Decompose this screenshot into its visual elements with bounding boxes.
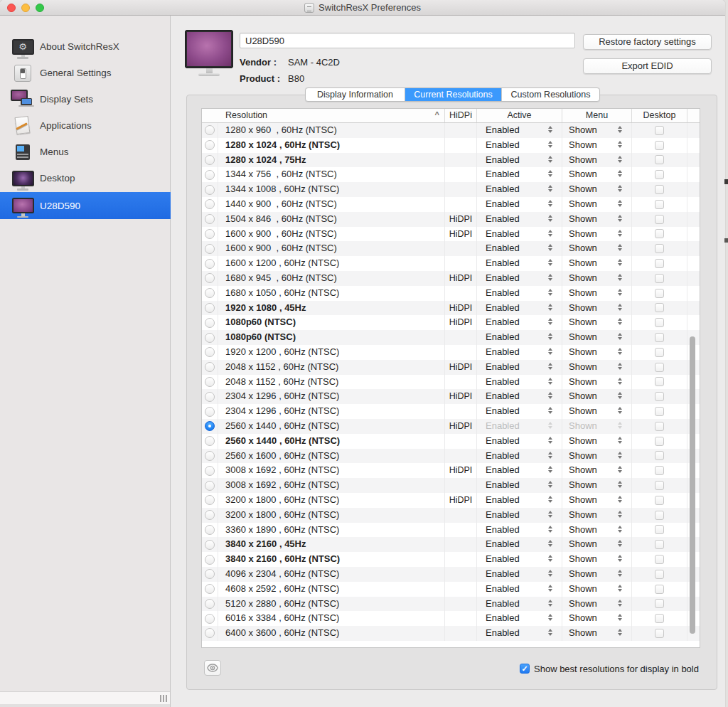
active-popup[interactable]: Enabled	[477, 611, 562, 626]
table-row[interactable]: 1440 x 900 , 60Hz (NTSC) Enabled Shown	[202, 197, 700, 212]
menu-popup[interactable]: Shown	[562, 256, 632, 271]
active-popup[interactable]: Enabled	[477, 508, 562, 523]
desktop-checkbox[interactable]	[655, 289, 664, 298]
show-best-resolutions-checkbox[interactable]	[520, 664, 530, 674]
active-popup[interactable]: Enabled	[477, 345, 562, 360]
sidebar-item-display-sets[interactable]: Display Sets	[0, 86, 171, 112]
desktop-checkbox[interactable]	[655, 481, 664, 490]
active-popup[interactable]: Enabled	[477, 493, 562, 508]
desktop-checkbox[interactable]	[655, 274, 664, 283]
resolution-radio[interactable]	[205, 362, 215, 372]
desktop-checkbox[interactable]	[655, 629, 664, 638]
minimize-button[interactable]	[21, 4, 30, 12]
menu-popup[interactable]: Shown	[562, 286, 632, 301]
menu-popup[interactable]: Shown	[562, 582, 632, 597]
column-header-menu[interactable]: Menu	[562, 109, 632, 122]
table-row[interactable]: 1280 x 1024 , 60Hz (NTSC) Enabled Shown	[202, 138, 700, 153]
resolution-radio[interactable]	[205, 466, 215, 476]
desktop-checkbox[interactable]	[655, 155, 664, 164]
active-popup[interactable]: Enabled	[477, 419, 562, 434]
table-row[interactable]: 1600 x 900 , 60Hz (NTSC) HiDPI Enabled S…	[202, 227, 700, 242]
menu-popup[interactable]: Shown	[562, 182, 632, 197]
desktop-checkbox[interactable]	[655, 185, 664, 194]
desktop-checkbox[interactable]	[655, 407, 664, 416]
resolution-radio[interactable]	[205, 481, 215, 491]
column-header-hidpi[interactable]: HiDPi	[445, 109, 477, 122]
menu-popup[interactable]: Shown	[562, 389, 632, 404]
resolution-radio[interactable]	[205, 599, 215, 609]
desktop-checkbox[interactable]	[655, 496, 664, 505]
resolution-radio[interactable]	[205, 288, 215, 298]
table-row[interactable]: 1080p60 (NTSC) HiDPI Enabled Shown	[202, 315, 700, 330]
resolution-radio[interactable]	[205, 392, 215, 402]
resolution-radio[interactable]	[205, 155, 215, 165]
active-popup[interactable]: Enabled	[477, 404, 562, 419]
desktop-checkbox[interactable]	[655, 126, 664, 135]
menu-popup[interactable]: Shown	[562, 153, 632, 168]
desktop-checkbox[interactable]	[655, 348, 664, 357]
table-row[interactable]: 2048 x 1152 , 60Hz (NTSC) Enabled Shown	[202, 375, 700, 390]
resolution-radio[interactable]	[205, 273, 215, 283]
menu-popup[interactable]: Shown	[562, 167, 632, 182]
active-popup[interactable]: Enabled	[477, 567, 562, 582]
menu-popup[interactable]: Shown	[562, 523, 632, 538]
desktop-checkbox[interactable]	[655, 215, 664, 224]
display-name-input[interactable]	[240, 33, 575, 48]
table-row[interactable]: 1680 x 1050 , 60Hz (NTSC) Enabled Shown	[202, 286, 700, 301]
desktop-checkbox[interactable]	[655, 333, 664, 342]
resolution-radio[interactable]	[205, 451, 215, 461]
menu-popup[interactable]: Shown	[562, 434, 632, 449]
active-popup[interactable]: Enabled	[477, 212, 562, 227]
resolution-radio[interactable]	[205, 377, 215, 387]
menu-popup[interactable]: Shown	[562, 537, 632, 552]
desktop-checkbox[interactable]	[655, 585, 664, 594]
table-row[interactable]: 3200 x 1800 , 60Hz (NTSC) Enabled Shown	[202, 508, 700, 523]
active-popup[interactable]: Enabled	[477, 153, 562, 168]
desktop-checkbox[interactable]	[655, 200, 664, 209]
sidebar-item-u28d590[interactable]: U28D590	[0, 192, 171, 219]
vertical-scrollbar-thumb[interactable]	[690, 336, 695, 634]
menu-popup[interactable]: Shown	[562, 449, 632, 464]
desktop-checkbox[interactable]	[655, 229, 664, 238]
menu-popup[interactable]: Shown	[562, 597, 632, 612]
table-row[interactable]: 1280 x 960 , 60Hz (NTSC) Enabled Shown	[202, 123, 700, 138]
resolution-radio[interactable]	[205, 525, 215, 535]
close-button[interactable]	[7, 4, 16, 12]
desktop-checkbox[interactable]	[655, 437, 664, 446]
desktop-checkbox[interactable]	[655, 614, 664, 623]
resolution-radio[interactable]	[205, 628, 215, 638]
active-popup[interactable]: Enabled	[477, 463, 562, 478]
table-row[interactable]: 6400 x 3600 , 60Hz (NTSC) Enabled Shown	[202, 626, 700, 641]
menu-popup[interactable]: Shown	[562, 404, 632, 419]
active-popup[interactable]: Enabled	[477, 182, 562, 197]
restore-factory-settings-button[interactable]: Restore factory settings	[583, 34, 712, 50]
resolution-radio[interactable]	[205, 495, 215, 505]
table-row[interactable]: 6016 x 3384 , 60Hz (NTSC) Enabled Shown	[202, 611, 700, 626]
table-row[interactable]: 1680 x 945 , 60Hz (NTSC) HiDPI Enabled S…	[202, 271, 700, 286]
active-popup[interactable]: Enabled	[477, 167, 562, 182]
desktop-checkbox[interactable]	[655, 540, 664, 549]
resolution-radio[interactable]	[205, 614, 215, 624]
desktop-checkbox[interactable]	[655, 511, 664, 520]
table-row[interactable]: 1080p60 (NTSC) Enabled Shown	[202, 330, 700, 345]
resolution-radio[interactable]	[205, 259, 215, 269]
tab-current-resolutions[interactable]: Current Resolutions	[405, 88, 502, 101]
menu-popup[interactable]: Shown	[562, 626, 632, 641]
desktop-checkbox[interactable]	[655, 392, 664, 401]
resolution-radio[interactable]	[205, 584, 215, 594]
table-row[interactable]: 5120 x 2880 , 60Hz (NTSC) Enabled Shown	[202, 597, 700, 612]
active-popup[interactable]: Enabled	[477, 256, 562, 271]
menu-popup[interactable]: Shown	[562, 419, 632, 434]
desktop-checkbox[interactable]	[655, 451, 664, 460]
table-row[interactable]: 3200 x 1800 , 60Hz (NTSC) HiDPI Enabled …	[202, 493, 700, 508]
menu-popup[interactable]: Shown	[562, 360, 632, 375]
table-row[interactable]: 1344 x 1008 , 60Hz (NTSC) Enabled Shown	[202, 182, 700, 197]
sidebar-item-desktop[interactable]: Desktop	[0, 165, 171, 191]
menu-popup[interactable]: Shown	[562, 508, 632, 523]
active-popup[interactable]: Enabled	[477, 138, 562, 153]
sidebar-item-general-settings[interactable]: General Settings	[0, 60, 171, 86]
resolution-radio[interactable]	[205, 170, 215, 180]
sidebar-item-about[interactable]: ⚙ About SwitchResX	[0, 33, 171, 60]
active-popup[interactable]: Enabled	[477, 241, 562, 256]
menu-popup[interactable]: Shown	[562, 567, 632, 582]
